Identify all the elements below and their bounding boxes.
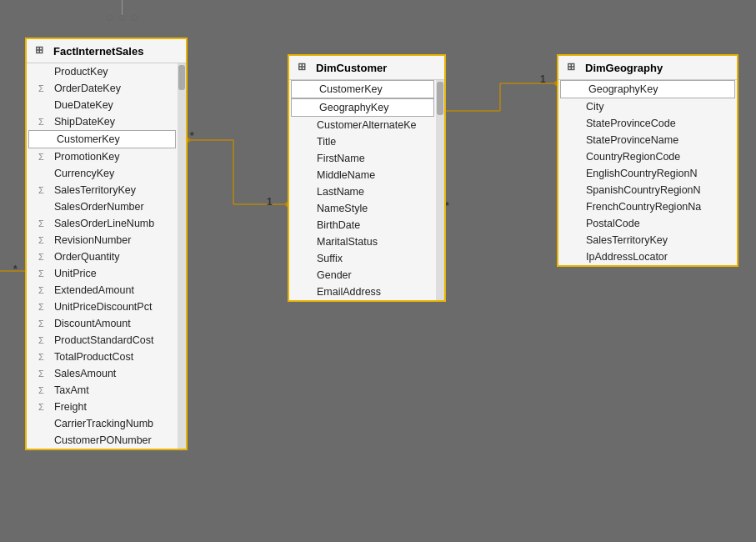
table-row-customerkey[interactable]: CustomerKey	[291, 80, 434, 98]
row-label: SalesTerritoryKey	[54, 184, 136, 196]
table-row[interactable]: NameStyle	[289, 200, 436, 217]
row-label: Title	[317, 136, 336, 148]
table-row[interactable]: FrenchCountryRegionNa	[558, 198, 737, 215]
table-row[interactable]: Gender	[289, 267, 436, 284]
row-label: ExtendedAmount	[54, 284, 134, 296]
table-row[interactable]: Σ PromotionKey	[27, 148, 178, 165]
row-label: CountryRegionCode	[586, 151, 680, 163]
fact-customer-star: *	[190, 130, 194, 142]
row-label: SpanishCountryRegionN	[586, 184, 701, 196]
table-row-birthdate[interactable]: BirthDate	[289, 217, 436, 233]
table-row[interactable]: Σ DiscountAmount	[27, 315, 178, 332]
fact-internet-sales-table: ⊞ FactInternetSales ProductKey Σ OrderDa…	[25, 38, 188, 450]
table-row[interactable]: SalesTerritoryKey	[558, 232, 737, 248]
row-label: GeographyKey	[588, 83, 658, 95]
table-row[interactable]: Σ RevisionNumber	[27, 232, 178, 248]
dim-customer-header: ⊞ DimCustomer	[289, 56, 444, 80]
table-row-city[interactable]: City	[558, 98, 737, 115]
row-icon: Σ	[38, 385, 50, 395]
table-row[interactable]: EnglishCountryRegionN	[558, 165, 737, 182]
dim-geography-table: ⊞ DimGeography GeographyKey City StatePr…	[557, 54, 738, 267]
row-label: Suffix	[317, 253, 343, 264]
table-row[interactable]: CustomerPONumber	[27, 432, 178, 449]
row-icon: Σ	[38, 185, 50, 195]
table-row[interactable]: CustomerAlternateKe	[289, 117, 436, 133]
table-row[interactable]: EmailAddress	[289, 284, 436, 300]
row-label: EnglishCountryRegionN	[586, 168, 697, 179]
fact-scroll-thumb[interactable]	[178, 65, 185, 90]
row-label: Gender	[317, 269, 352, 281]
row-label: CurrencyKey	[54, 168, 114, 179]
table-row[interactable]: MaritalStatus	[289, 233, 436, 250]
table-row[interactable]: Σ TotalProductCost	[27, 349, 178, 365]
table-row-customerkey[interactable]: CustomerKey	[28, 130, 176, 148]
row-label: FrenchCountryRegionNa	[586, 201, 701, 213]
customer-scrollbar[interactable]	[436, 80, 444, 300]
table-row[interactable]: Σ ExtendedAmount	[27, 282, 178, 299]
table-row[interactable]: StateProvinceCode	[558, 115, 737, 132]
row-icon: Σ	[38, 252, 50, 262]
table-row[interactable]: ProductKey	[27, 63, 178, 80]
table-row[interactable]: CurrencyKey	[27, 165, 178, 182]
table-row[interactable]: Σ TaxAmt	[27, 382, 178, 399]
row-label: CustomerKey	[319, 83, 383, 95]
table-row[interactable]: Σ SalesOrderLineNumb	[27, 215, 178, 232]
row-label: SalesOrderNumber	[54, 201, 144, 213]
row-label: ProductStandardCost	[54, 334, 154, 346]
row-icon: Σ	[38, 218, 50, 228]
table-row[interactable]: Σ UnitPrice	[27, 265, 178, 282]
row-label: City	[586, 101, 604, 113]
row-label: DueDateKey	[54, 99, 113, 111]
table-row[interactable]: Σ SalesAmount	[27, 365, 178, 382]
table-row-suffix[interactable]: Suffix	[289, 250, 436, 267]
table-row[interactable]: SpanishCountryRegionN	[558, 182, 737, 198]
connector-dot-2	[119, 15, 125, 21]
row-label: MiddleName	[317, 169, 375, 181]
row-label: NameStyle	[317, 203, 368, 214]
fact-customer-one: 1	[267, 196, 273, 208]
row-label: IpAddressLocator	[586, 251, 668, 263]
dim-geography-title: DimGeography	[585, 62, 663, 74]
fact-internet-sales-header: ⊞ FactInternetSales	[27, 39, 186, 63]
connector-dot-3	[132, 15, 138, 21]
row-label: CarrierTrackingNumb	[54, 418, 153, 429]
table-row[interactable]: Title	[289, 133, 436, 150]
table-row[interactable]: StateProvinceName	[558, 132, 737, 148]
table-row[interactable]: DueDateKey	[27, 97, 178, 113]
table-row-geographykey[interactable]: GeographyKey	[560, 80, 735, 98]
dim-customer-table: ⊞ DimCustomer CustomerKey GeographyKey C…	[288, 54, 446, 302]
table-row[interactable]: LastName	[289, 183, 436, 200]
table-row[interactable]: Σ SalesTerritoryKey	[27, 182, 178, 198]
table-row[interactable]: FirstName	[289, 150, 436, 167]
table-row[interactable]: Σ ShipDateKey	[27, 113, 178, 130]
table-row[interactable]: IpAddressLocator	[558, 248, 737, 265]
table-row[interactable]: CountryRegionCode	[558, 148, 737, 165]
row-label: Freight	[54, 401, 87, 413]
row-label: CustomerKey	[57, 133, 120, 145]
table-row[interactable]: MiddleName	[289, 167, 436, 183]
table-row[interactable]: Σ ProductStandardCost	[27, 332, 178, 349]
row-label: StateProvinceCode	[586, 118, 676, 129]
row-label: StateProvinceName	[586, 134, 678, 146]
table-row[interactable]: Σ OrderQuantity	[27, 248, 178, 265]
row-icon: Σ	[38, 352, 50, 362]
row-icon: Σ	[38, 369, 50, 379]
table-row[interactable]: Σ Freight	[27, 399, 178, 415]
row-icon: Σ	[38, 83, 50, 93]
row-label: ProductKey	[54, 66, 108, 78]
table-row[interactable]: Σ OrderDateKey	[27, 80, 178, 97]
row-icon: Σ	[38, 302, 50, 312]
table-row-geographykey[interactable]: GeographyKey	[291, 98, 434, 117]
fact-scrollbar[interactable]	[178, 63, 186, 449]
table-row[interactable]: Σ UnitPriceDiscountPct	[27, 299, 178, 315]
row-label: ShipDateKey	[54, 116, 115, 128]
table-row[interactable]: SalesOrderNumber	[27, 198, 178, 215]
row-label: PromotionKey	[54, 151, 120, 163]
row-label: GeographyKey	[319, 102, 388, 113]
table-row[interactable]: PostalCode	[558, 215, 737, 232]
table-row[interactable]: CarrierTrackingNumb	[27, 415, 178, 432]
customer-scroll-thumb[interactable]	[437, 82, 443, 115]
row-label: MaritalStatus	[317, 236, 378, 248]
row-icon: Σ	[38, 285, 50, 295]
fact-internet-sales-title: FactInternetSales	[53, 45, 143, 58]
